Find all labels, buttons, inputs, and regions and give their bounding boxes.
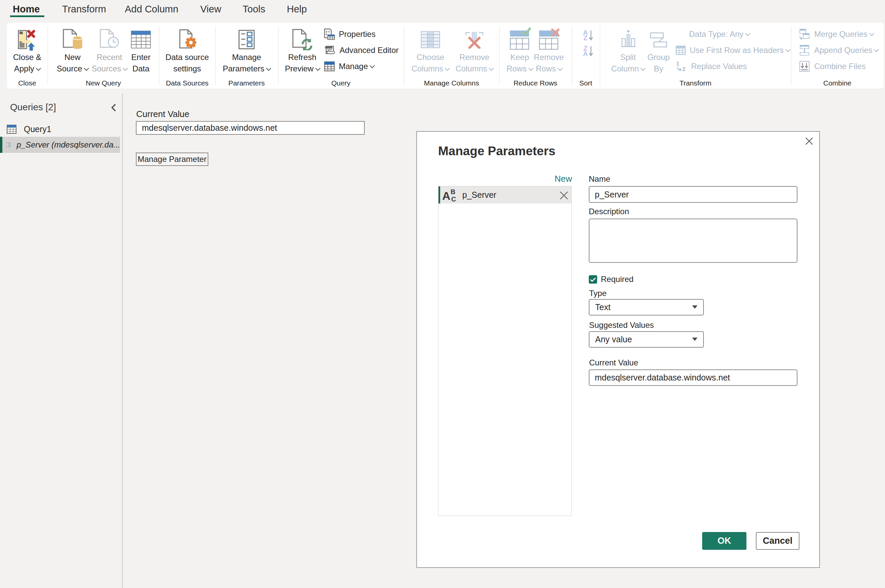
svg-text:C: C: [451, 195, 456, 202]
svg-text:2: 2: [682, 66, 685, 72]
svg-text:A: A: [442, 189, 451, 202]
svg-text:1: 1: [676, 61, 679, 67]
svg-text:B: B: [451, 188, 455, 195]
